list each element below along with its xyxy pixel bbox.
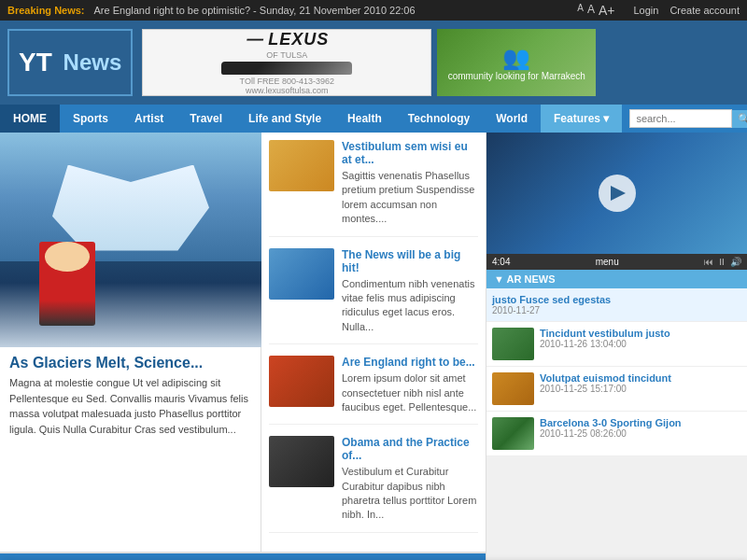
nav-sports[interactable]: Sports [60,105,121,133]
story-title-4[interactable]: Obama and the Practice of... [342,436,478,462]
sidebar-first-text: justo Fusce sed egestas 2010-11-27 [492,294,611,315]
ad-area: ⸻ LEXUS OF TULSA TOll FREE 800-413-3962 … [142,29,740,96]
sidebar-thumb-2 [492,372,534,405]
story-item-1: Vestibulum sem wisi eu at et... Sagittis… [269,140,478,237]
sidebar-news-text-1: Tincidunt vestibulum justo 2010-11-26 13… [540,328,670,360]
car-image [221,62,352,75]
ar-news-header: ▼ AR NEWS [486,270,747,288]
story-text-1: Vestibulum sem wisi eu at et... Sagittis… [342,140,478,227]
search-box: 🔍 [622,105,747,133]
story-thumb-3 [269,356,334,407]
sidebar-news-text-3: Barcelona 3-0 Sporting Gijon 2010-11-25 … [540,417,682,450]
sidebar-thumb-3 [492,417,534,450]
articles-section: As Glaciers Melt, Science... Magna at mo… [0,133,486,552]
rewind-button[interactable]: ⏮ [704,257,713,267]
story-text-2: The News will be a big hit! Condimentum … [342,248,478,335]
world-section-header: WORLD [0,553,486,560]
sidebar-first-title[interactable]: justo Fusce sed egestas [492,294,611,305]
big-story-title[interactable]: As Glaciers Melt, Science... [9,355,251,371]
sidebar-thumb-1 [492,328,534,360]
story-body-2: Condimentum nibh venenatis vitae felis m… [342,277,478,335]
logo: YT News [7,29,133,96]
sidebar-news-title-3[interactable]: Barcelona 3-0 Sporting Gijon [540,417,682,428]
ar-news-title: AR NEWS [507,273,556,285]
video-controls: 4:04 menu ⏮ ⏸ 🔊 [486,254,747,270]
search-button[interactable]: 🔍 [732,110,747,128]
sidebar-news-title-1[interactable]: Tincidunt vestibulum justo [540,328,670,339]
ad-community[interactable]: 👥 community looking for Marrakech [437,29,596,96]
small-stories: Vestibulum sem wisi eu at et... Sagittis… [261,133,486,552]
lexus-phone: TOll FREE 800-413-3962 [240,77,334,86]
nav-technology[interactable]: Technology [395,105,483,133]
story-title-2[interactable]: The News will be a big hit! [342,248,478,274]
lexus-subtitle: OF TULSA [245,50,329,61]
breaking-news-bar: Breaking News: Are England right to be o… [0,0,747,21]
nav-artist[interactable]: Artist [121,105,176,133]
nav-lifeandstyle[interactable]: Life and Style [235,105,334,133]
volume-icon[interactable]: 🔊 [730,257,741,267]
story-thumb-4 [269,436,334,487]
story-body-4: Vestibulum et Curabitur Curabitur dapibu… [342,465,478,523]
sidebar-news-date-2: 2010-11-25 15:17:00 [540,384,671,394]
sidebar-news-text-2: Volutpat euismod tincidunt 2010-11-25 15… [540,372,671,405]
search-input[interactable] [629,109,732,128]
nav-world[interactable]: World [483,105,541,133]
sidebar-news-title-2[interactable]: Volutpat euismod tincidunt [540,372,671,384]
story-thumb-1 [269,140,334,191]
people-icon: 👥 [448,45,585,71]
video-playback-controls: ⏮ ⏸ 🔊 [704,257,741,267]
nav-health[interactable]: Health [334,105,395,133]
left-column: As Glaciers Melt, Science... Magna at mo… [0,133,486,560]
breaking-headline: Are England right to be optimistic? - Su… [94,5,416,16]
breaking-label: Breaking News: [7,5,85,16]
story-title-3[interactable]: Are England right to be... [342,356,478,369]
create-account-link[interactable]: Create account [669,5,740,16]
ar-news-label: ▼ [494,273,507,285]
sidebar-first-date: 2010-11-27 [492,305,611,315]
story-text-3: Are England right to be... Lorem ipsum d… [342,356,478,414]
nav: HOME Sports Artist Travel Life and Style… [0,105,747,133]
nav-travel[interactable]: Travel [176,105,235,133]
nav-home[interactable]: HOME [0,105,60,133]
sidebar-news-item-first: justo Fusce sed egestas 2010-11-27 [486,288,747,322]
logo-yt: YT [19,48,52,77]
play-button[interactable] [599,175,636,212]
header: YT News ⸻ LEXUS OF TULSA TOll FREE 800-4… [0,21,747,105]
story-item-3: Are England right to be... Lorem ipsum d… [269,356,478,425]
sidebar-news-date-1: 2010-11-26 13:04:00 [540,339,670,349]
big-story-body: Magna at molestie congue Ut vel adipisci… [9,375,251,437]
lexus-url: www.lexusoftulsa.com [246,86,329,95]
sidebar-news-item-3: Barcelona 3-0 Sporting Gijon 2010-11-25 … [486,412,747,456]
story-item-4: Obama and the Practice of... Vestibulum … [269,436,478,533]
font-size-small[interactable]: A [577,3,584,18]
video-timestamp: 4:04 [492,257,510,267]
story-title-1[interactable]: Vestibulum sem wisi eu at et... [342,140,478,166]
sidebar-news-item-2: Volutpat euismod tincidunt 2010-11-25 15… [486,367,747,412]
font-size-large[interactable]: A+ [599,3,615,18]
sidebar-news-date-3: 2010-11-25 08:26:00 [540,428,682,439]
feature-image [0,133,261,347]
login-link[interactable]: Login [633,5,658,16]
menu-label[interactable]: menu [596,257,619,267]
logo-news: News [63,49,122,76]
lexus-brand: ⸻ LEXUS [245,30,329,50]
story-body-1: Sagittis venenatis Phasellus pretium pre… [342,169,478,227]
big-story: As Glaciers Melt, Science... Magna at mo… [0,133,261,552]
right-column: 4:04 menu ⏮ ⏸ 🔊 ▼ AR NEWS justo Fusce se… [486,133,747,560]
video-block [486,133,747,254]
world-section: WORLD As Glaciers Melt, Science Seeks...… [0,552,486,560]
nav-features[interactable]: Features ▾ [541,105,622,133]
story-item-2: The News will be a big hit! Condimentum … [269,248,478,345]
feature-text-block: As Glaciers Melt, Science... Magna at mo… [0,347,261,444]
story-thumb-2 [269,248,334,300]
story-text-4: Obama and the Practice of... Vestibulum … [342,436,478,523]
story-body-3: Lorem ipsum dolor sit amet consectetuer … [342,371,478,414]
font-size-medium[interactable]: A [587,3,595,18]
ad-lexus[interactable]: ⸻ LEXUS OF TULSA TOll FREE 800-413-3962 … [142,29,431,96]
community-text: community looking for Marrakech [448,71,585,81]
sidebar-news-item-1: Tincidunt vestibulum justo 2010-11-26 13… [486,322,747,367]
play-pause-button[interactable]: ⏸ [717,257,726,267]
person-figure [39,242,95,326]
main-content: As Glaciers Melt, Science... Magna at mo… [0,133,747,560]
